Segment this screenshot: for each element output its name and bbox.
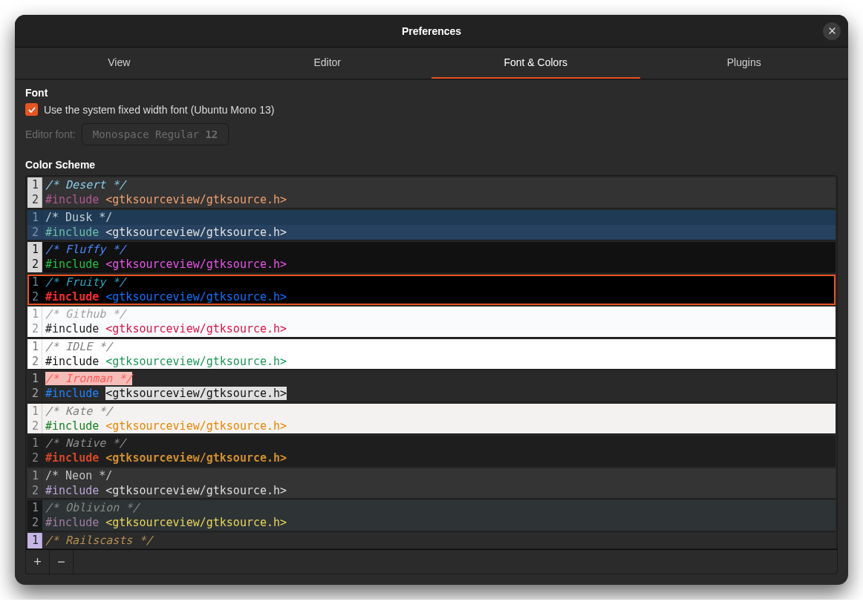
- include-path: <gtksourceview/gtksource.h>: [105, 290, 287, 304]
- include-path: <gtksourceview/gtksource.h>: [105, 516, 287, 529]
- include-path: <gtksourceview/gtksource.h>: [105, 419, 287, 433]
- preprocessor: #include: [45, 451, 105, 465]
- line-number: 2: [27, 354, 42, 369]
- font-section-title: Font: [25, 87, 838, 99]
- preprocessor: #include: [45, 226, 105, 239]
- use-system-font-label: Use the system fixed width font (Ubuntu …: [44, 104, 274, 116]
- editor-font-name: Monospace Regular: [93, 128, 199, 140]
- include-path: <gtksourceview/gtksource.h>: [105, 355, 287, 368]
- line-number: 1: [27, 275, 42, 289]
- scheme-comment: /* Ironman */: [45, 372, 132, 385]
- color-scheme-item[interactable]: 1/* IDLE */2#include <gtksourceview/gtks…: [27, 339, 836, 370]
- line-number: 2: [27, 289, 42, 304]
- scheme-comment: /* IDLE */: [45, 340, 112, 353]
- close-button[interactable]: [823, 22, 841, 40]
- color-scheme-item[interactable]: 1/* Desert */2#include <gtksourceview/gt…: [27, 177, 836, 209]
- line-number: 2: [27, 450, 42, 465]
- scheme-comment: /* Github */: [45, 307, 126, 321]
- preprocessor: #include: [45, 258, 105, 271]
- scheme-comment: /* Fluffy */: [45, 243, 126, 256]
- window-title: Preferences: [402, 25, 461, 37]
- include-path: <gtksourceview/gtksource.h>: [105, 451, 287, 465]
- include-path: <gtksourceview/gtksource.h>: [105, 226, 287, 239]
- color-scheme-item[interactable]: 1/* Railscasts */2#include <gtksourcevie…: [27, 533, 836, 550]
- editor-font-button[interactable]: Monospace Regular 12: [82, 123, 229, 145]
- scheme-comment: /* Neon */: [45, 469, 112, 482]
- close-icon: [828, 27, 836, 35]
- preprocessor: #include: [45, 322, 105, 335]
- use-system-font-checkbox[interactable]: [25, 103, 38, 116]
- line-number: 1: [27, 404, 42, 419]
- preprocessor: #include: [45, 387, 105, 400]
- scheme-toolbar: + −: [25, 549, 838, 574]
- color-scheme-item[interactable]: 1/* Ironman */2#include <gtksourceview/g…: [27, 371, 836, 402]
- preprocessor: #include: [45, 193, 105, 206]
- color-scheme-item[interactable]: 1/* Oblivion */2#include <gtksourceview/…: [27, 500, 836, 531]
- scheme-comment: /* Railscasts */: [45, 534, 153, 547]
- line-number: 2: [27, 515, 42, 530]
- line-number: 2: [27, 483, 42, 498]
- color-scheme-item[interactable]: 1/* Github */2#include <gtksourceview/gt…: [27, 307, 836, 338]
- line-number: 2: [27, 386, 42, 401]
- line-number: 1: [27, 371, 42, 386]
- line-number: 1: [27, 307, 42, 321]
- preprocessor: #include: [45, 419, 105, 433]
- scheme-comment: /* Dusk */: [45, 211, 112, 224]
- tab-font-colors[interactable]: Font & Colors: [432, 47, 640, 79]
- remove-scheme-button[interactable]: −: [50, 550, 74, 574]
- include-path: <gtksourceview/gtksource.h>: [105, 258, 287, 271]
- include-path: <gtksourceview/gtksource.h>: [105, 387, 287, 400]
- color-scheme-item[interactable]: 1/* Neon */2#include <gtksourceview/gtks…: [27, 468, 836, 499]
- color-scheme-item[interactable]: 1/* Fluffy */2#include <gtksourceview/gt…: [27, 242, 836, 273]
- line-number: 1: [27, 500, 42, 515]
- line-number: 2: [27, 419, 42, 433]
- line-number: 2: [27, 225, 42, 240]
- color-scheme-item[interactable]: 1/* Native */2#include <gtksourceview/gt…: [27, 436, 836, 467]
- tab-editor[interactable]: Editor: [224, 47, 432, 79]
- scheme-comment: /* Oblivion */: [45, 501, 139, 514]
- scheme-comment: /* Native */: [45, 436, 126, 450]
- include-path: <gtksourceview/gtksource.h>: [105, 322, 287, 335]
- editor-font-label: Editor font:: [25, 128, 76, 140]
- add-scheme-button[interactable]: +: [26, 550, 50, 574]
- preferences-window: Preferences View Editor Font & Colors Pl…: [15, 15, 848, 585]
- line-number: 1: [27, 177, 42, 192]
- check-icon: [27, 105, 36, 114]
- scheme-comment: /* Kate */: [45, 404, 112, 418]
- line-number: 2: [27, 257, 42, 272]
- include-path: <gtksourceview/gtksource.h>: [105, 193, 287, 206]
- color-scheme-item[interactable]: 1/* Dusk */2#include <gtksourceview/gtks…: [27, 210, 836, 241]
- line-number: 1: [27, 210, 42, 225]
- line-number: 1: [27, 339, 42, 354]
- include-path: <gtksourceview/gtksource.h>: [105, 484, 287, 497]
- line-number: 2: [27, 321, 42, 336]
- tabs: View Editor Font & Colors Plugins: [15, 47, 848, 79]
- color-scheme-item[interactable]: 1/* Fruity */2#include <gtksourceview/gt…: [27, 275, 836, 306]
- line-number: 2: [27, 192, 42, 207]
- editor-font-size: 12: [205, 128, 218, 140]
- tab-plugins[interactable]: Plugins: [640, 47, 849, 79]
- preprocessor: #include: [45, 516, 105, 529]
- line-number: 1: [27, 436, 42, 450]
- preprocessor: #include: [45, 290, 105, 304]
- color-scheme-item[interactable]: 1/* Kate */2#include <gtksourceview/gtks…: [27, 404, 836, 435]
- color-scheme-title: Color Scheme: [25, 159, 838, 171]
- titlebar: Preferences: [15, 15, 848, 47]
- line-number: 1: [27, 468, 42, 483]
- scheme-comment: /* Fruity */: [45, 275, 126, 289]
- line-number: 1: [27, 242, 42, 257]
- tab-view[interactable]: View: [15, 47, 224, 79]
- preprocessor: #include: [45, 355, 105, 368]
- scheme-comment: /* Desert */: [45, 178, 126, 191]
- preprocessor: #include: [45, 484, 105, 497]
- color-scheme-list[interactable]: 1/* Desert */2#include <gtksourceview/gt…: [25, 175, 838, 549]
- line-number: 1: [27, 533, 42, 548]
